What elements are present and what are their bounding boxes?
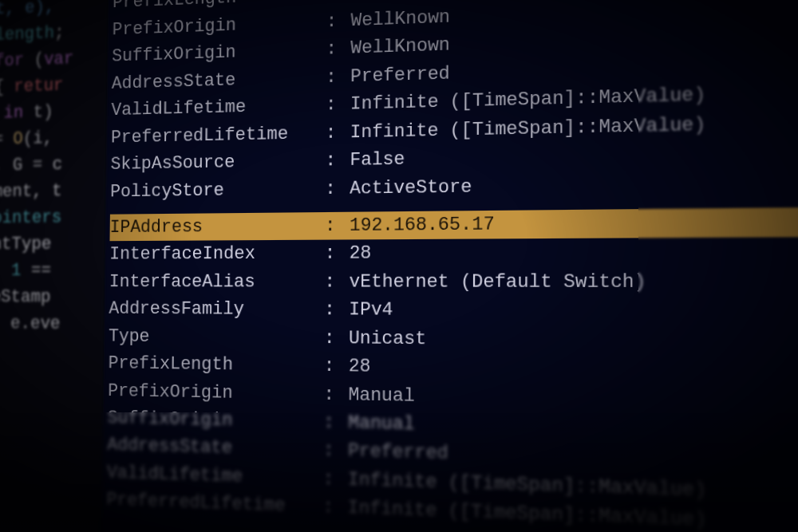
code-token: O — [13, 129, 23, 149]
code-line: ) : 1 == — [0, 258, 105, 285]
separator: : — [322, 494, 347, 523]
code-token: I(t, e), — [0, 0, 55, 20]
property-value: vEthernet (Default Switch) — [349, 267, 798, 298]
separator: : — [323, 380, 348, 409]
separator: : — [324, 353, 349, 381]
property-key: PrefixLength — [108, 350, 323, 380]
code-token: .pointers — [0, 207, 61, 228]
code-token: for — [0, 50, 24, 71]
code-token: (i, — [23, 128, 53, 149]
property-key: PrefixOrigin — [108, 377, 324, 408]
separator: : — [325, 240, 350, 268]
code-token: in — [3, 103, 23, 124]
code-token: ( — [24, 49, 44, 70]
separator: : — [325, 147, 350, 175]
code-line: ) { retur — [0, 71, 107, 101]
property-key: PreferredLifetime — [106, 487, 322, 522]
code-token: , G = c — [0, 155, 62, 176]
powershell-output-pane: : UnicastPrefixLength: 128PrefixOrigin: … — [101, 0, 798, 532]
code-token: t) — [23, 102, 53, 123]
separator: : — [324, 268, 349, 296]
code-line: imeStamp — [0, 284, 105, 311]
code-line: 16, G = c — [0, 151, 106, 179]
property-key: PreferredLifetime — [111, 120, 326, 152]
code-token: F = — [0, 129, 14, 150]
output-row: InterfaceIndex: 28 — [109, 237, 798, 269]
property-key: PolicyStore — [110, 175, 325, 205]
code-token: .length — [0, 23, 54, 45]
property-value: IPv4 — [349, 296, 798, 328]
code-token: ) { — [0, 77, 14, 98]
separator: : — [325, 175, 350, 203]
code-token: ) : — [0, 261, 11, 281]
code-token: == — [21, 261, 51, 281]
separator: : — [324, 296, 349, 324]
property-key: Type — [109, 323, 324, 353]
property-value: 192.168.65.17 — [350, 207, 798, 240]
separator: : — [323, 437, 348, 466]
separator: : — [326, 119, 350, 148]
separator: : — [323, 408, 348, 437]
code-line: .pointers — [0, 204, 105, 232]
separator: : — [324, 325, 349, 353]
code-token: ; — [54, 23, 65, 43]
code-editor-pane: t, e, n),I(t, e),t.length;{ for (var) { … — [0, 0, 109, 532]
property-key: InterfaceAlias — [109, 268, 325, 296]
code-token: retur — [14, 76, 63, 97]
separator: : — [326, 91, 350, 120]
property-key: IPAddress — [109, 212, 325, 242]
code-line: lement, t — [0, 177, 106, 205]
property-value: 28 — [350, 237, 798, 268]
code-token: ventType — [0, 234, 52, 255]
code-line: F = O(i, — [0, 124, 106, 153]
separator: : — [325, 212, 350, 240]
code-line: ventType — [0, 231, 105, 258]
property-key: SkipAsSource — [110, 147, 325, 178]
code-line: { for (var — [0, 45, 108, 76]
code-token: imeStamp — [0, 287, 51, 307]
separator: : — [326, 7, 351, 36]
terminal-screen: t, e, n),I(t, e),t.length;{ for (var) { … — [0, 0, 798, 532]
code-token: {}; e.eve — [0, 313, 61, 334]
code-token: var — [44, 49, 74, 69]
code-token: lement, t — [0, 181, 62, 202]
separator: : — [323, 465, 348, 494]
separator: : — [326, 35, 350, 64]
separator: : — [326, 63, 350, 92]
code-token: 1 — [11, 261, 22, 281]
output-row: InterfaceAlias: vEthernet (Default Switc… — [109, 267, 798, 298]
code-line: {}; e.eve — [0, 310, 105, 337]
code-line: e) in t) — [0, 97, 107, 127]
property-key: InterfaceIndex — [109, 240, 325, 269]
property-key: AddressFamily — [109, 296, 324, 325]
